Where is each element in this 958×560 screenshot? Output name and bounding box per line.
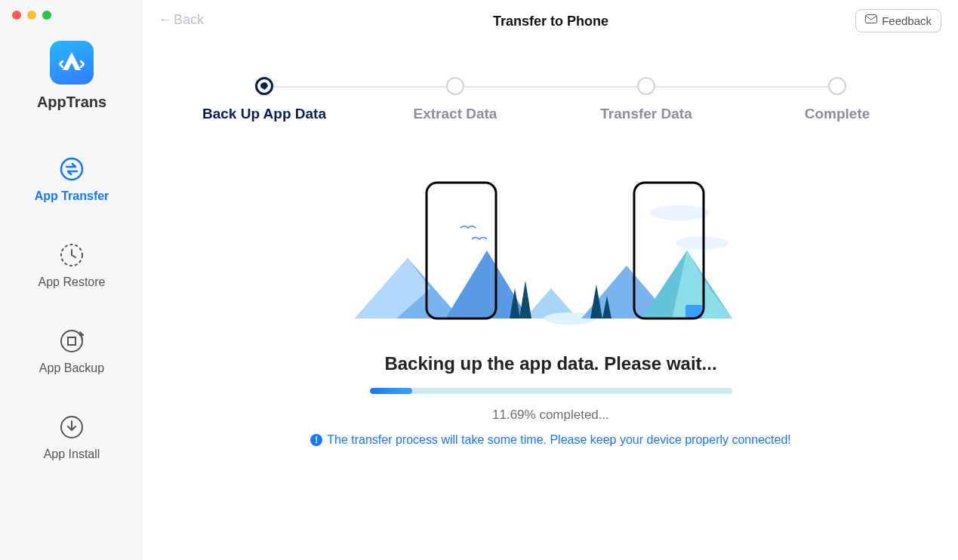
sidebar-item-app-transfer[interactable]: App Transfer <box>35 156 109 203</box>
transfer-icon <box>59 156 85 182</box>
sidebar-item-app-backup[interactable]: App Backup <box>39 328 104 375</box>
step-label: Transfer Data <box>600 106 692 122</box>
main-content: ← Back Transfer to Phone Feedback Back U… <box>143 0 958 560</box>
svg-rect-5 <box>866 15 877 23</box>
back-button[interactable]: ← Back <box>159 12 204 28</box>
svg-point-2 <box>61 331 82 352</box>
mail-icon <box>865 14 877 27</box>
sidebar-item-label: App Backup <box>39 362 104 375</box>
feedback-label: Feedback <box>882 14 932 27</box>
svg-point-0 <box>61 158 82 180</box>
connection-notice: ! The transfer process will take some ti… <box>143 433 958 447</box>
step-complete: Complete <box>762 77 913 122</box>
sidebar: AppTrans App Transfer <box>0 0 143 560</box>
step-label: Extract Data <box>414 106 497 122</box>
stepper-line <box>272 86 830 88</box>
maximize-window-button[interactable] <box>42 11 51 20</box>
back-label: Back <box>174 12 204 28</box>
sidebar-item-label: App Restore <box>39 275 106 289</box>
step-circle-icon <box>255 77 273 95</box>
install-icon <box>59 414 85 440</box>
step-label: Complete <box>805 106 870 122</box>
sidebar-item-label: App Transfer <box>35 189 109 203</box>
brand-block: AppTrans <box>37 41 106 111</box>
sidebar-nav: App Transfer App Restore <box>0 156 143 461</box>
illustration <box>143 175 958 326</box>
notice-text: The transfer process will take some time… <box>327 433 791 447</box>
svg-point-6 <box>649 205 710 220</box>
backup-icon <box>59 328 85 354</box>
brand-name: AppTrans <box>37 94 106 111</box>
step-circle-icon <box>446 77 464 95</box>
page-title: Transfer to Phone <box>493 14 608 29</box>
topbar: ← Back Transfer to Phone Feedback <box>143 0 958 42</box>
progress-bar <box>370 388 732 394</box>
status-title: Backing up the app data. Please wait... <box>143 353 958 374</box>
step-backup: Back Up App Data <box>189 77 340 122</box>
progress-text: 11.69% completed... <box>143 408 958 423</box>
feedback-button[interactable]: Feedback <box>855 9 941 32</box>
step-extract: Extract Data <box>380 77 531 122</box>
progress-stepper: Back Up App Data Extract Data Transfer D… <box>189 77 913 122</box>
close-window-button[interactable] <box>12 11 21 20</box>
sidebar-item-label: App Install <box>44 448 100 461</box>
svg-point-7 <box>676 236 729 250</box>
sidebar-item-app-restore[interactable]: App Restore <box>39 242 106 289</box>
progress-fill <box>370 388 412 394</box>
svg-rect-3 <box>68 337 75 345</box>
step-label: Back Up App Data <box>202 106 326 122</box>
info-icon: ! <box>310 434 322 446</box>
step-transfer: Transfer Data <box>571 77 722 122</box>
step-circle-icon <box>637 77 655 95</box>
minimize-window-button[interactable] <box>27 11 36 20</box>
back-arrow-icon: ← <box>159 12 172 28</box>
app-logo-icon <box>50 41 94 85</box>
restore-icon <box>59 242 85 268</box>
step-circle-icon <box>828 77 846 95</box>
window-controls <box>0 0 51 20</box>
sidebar-item-app-install[interactable]: App Install <box>44 414 100 461</box>
